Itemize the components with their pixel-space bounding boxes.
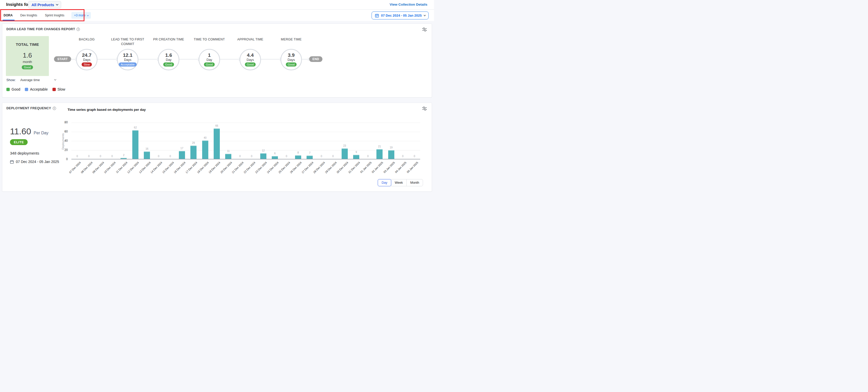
deployment-bar[interactable]: [132, 130, 138, 159]
bar-value-label: 40: [199, 137, 211, 139]
date-range-picker[interactable]: 07 Dec 2024 - 05 Jan 2025: [372, 11, 429, 20]
stage-name: BACKLOG: [79, 37, 95, 48]
chart-settings-icon[interactable]: [422, 107, 427, 111]
x-axis-label-text: 05 Jan 2025: [406, 161, 418, 174]
bar-column: 022 Dec 2024: [246, 123, 257, 159]
deployment-bar[interactable]: [121, 158, 127, 159]
bar-column: 028 Dec 2024: [315, 123, 327, 159]
deployment-bar[interactable]: [307, 156, 313, 159]
bar-value-label: 0: [164, 155, 176, 158]
bar-column: 2330 Dec 2024: [339, 123, 350, 159]
stage-circle: 24.7DaysSlow: [76, 49, 97, 70]
show-label: Show:: [6, 78, 16, 82]
tab-sprint-insights[interactable]: Sprint Insights: [44, 10, 65, 21]
stage-name: MERGE TIME: [281, 37, 302, 48]
deployment-bar[interactable]: [190, 146, 196, 159]
bar-value-label: 0: [106, 155, 118, 158]
tab-bar: DORADev InsightsSprint Insights +3 more …: [0, 9, 434, 21]
x-axis-label-text: 22 Dec 2024: [243, 161, 256, 174]
legend-swatch: [53, 88, 56, 91]
x-axis-label-text: 18 Dec 2024: [196, 161, 209, 174]
legend-label: Slow: [58, 87, 65, 91]
deployment-bar[interactable]: [388, 150, 394, 159]
stage-status-badge: Slow: [82, 62, 92, 66]
x-axis-label-text: 08 Dec 2024: [80, 161, 93, 174]
bar-value-label: 9: [350, 151, 362, 153]
stage-status-badge: Good: [286, 62, 297, 66]
deployment-count: 348 deployments: [10, 151, 39, 155]
stage-value: 24.7: [82, 53, 92, 58]
deployment-bar[interactable]: [295, 155, 301, 159]
x-axis-label-text: 31 Dec 2024: [347, 161, 361, 174]
stage-unit: Days: [288, 58, 295, 62]
deployment-bar[interactable]: [144, 151, 150, 159]
deployment-rate: 11.60 Per Day: [10, 126, 49, 137]
deployment-bar[interactable]: [179, 151, 185, 159]
granularity-week-button[interactable]: Week: [391, 179, 407, 186]
deployment-bar[interactable]: [202, 141, 208, 159]
y-axis-tick: 60: [64, 130, 68, 133]
bar-column: 1716 Dec 2024: [176, 123, 188, 159]
bar-column: 4018 Dec 2024: [199, 123, 211, 159]
stage-status-badge: Acceptable: [119, 62, 137, 66]
deployment-bar[interactable]: [353, 155, 359, 159]
chevron-down-icon: [87, 14, 89, 16]
stage-name: APPROVAL TIME: [237, 37, 263, 48]
bar-column: 826 Dec 2024: [292, 123, 304, 159]
bar-column: 6619 Dec 2024: [211, 123, 222, 159]
stage-unit: Day: [207, 58, 212, 62]
deployment-bar[interactable]: [376, 149, 382, 159]
more-tabs-button[interactable]: +3 more: [71, 12, 91, 19]
deployment-title-text: DEPLOYMENT FREQUENCY: [6, 107, 51, 110]
x-axis-label-text: 21 Dec 2024: [231, 161, 244, 174]
page-title: Insights for: [6, 2, 30, 7]
deployment-bar[interactable]: [342, 148, 348, 159]
stage-name: LEAD TIME TO FIRST COMMIT: [106, 37, 150, 48]
stage-unit: Day: [166, 58, 172, 62]
deployment-bar[interactable]: [260, 153, 267, 159]
bar-column: 015 Dec 2024: [164, 123, 176, 159]
bar-column: 005 Jan 2025: [409, 123, 420, 159]
bar-column: 1903 Jan 2025: [385, 123, 397, 159]
x-axis-label-text: 13 Dec 2024: [138, 161, 151, 174]
x-axis-label-text: 07 Dec 2024: [69, 161, 82, 174]
granularity-month-button[interactable]: Month: [406, 179, 423, 186]
pipeline-stage-backlog: BACKLOG24.7DaysSlow: [65, 37, 108, 70]
tab-dora[interactable]: DORA: [3, 10, 13, 21]
pipeline-stage-lead-time-to-first-commit: LEAD TIME TO FIRST COMMIT12.1DaysAccepta…: [106, 37, 150, 70]
show-value-dropdown[interactable]: Average time: [20, 78, 40, 82]
deployment-bar[interactable]: [225, 154, 231, 159]
stage-name: TIME TO COMMENT: [194, 37, 225, 48]
bar-value-label: 66: [211, 124, 222, 127]
x-axis-label-text: 09 Dec 2024: [92, 161, 105, 174]
bar-value-label: 0: [234, 155, 246, 158]
stage-circle: 12.1DaysAcceptable: [117, 49, 138, 70]
stage-status-badge: Good: [163, 62, 174, 66]
deployment-bar[interactable]: [214, 128, 220, 159]
tab-dev-insights[interactable]: Dev Insights: [20, 10, 38, 21]
stage-status-badge: Good: [245, 62, 256, 66]
stage-status-badge: Good: [204, 62, 215, 66]
info-icon[interactable]: [53, 107, 56, 110]
bar-value-label: 29: [188, 142, 199, 144]
legend-item-good: Good: [6, 87, 20, 91]
view-collection-details-link[interactable]: View Collection Details: [390, 3, 427, 6]
bar-column: 007 Dec 2024: [71, 123, 83, 159]
bar-value-label: 0: [327, 155, 339, 158]
y-axis-tick: 0: [66, 157, 68, 161]
deployment-card-title: DEPLOYMENT FREQUENCY: [6, 107, 56, 110]
granularity-day-button[interactable]: Day: [378, 179, 391, 186]
x-axis-label-text: 10 Dec 2024: [103, 161, 117, 174]
pipeline-stage-pr-creation-time: PR CREATION TIME1.6DayGood: [147, 37, 190, 70]
product-selector-dropdown[interactable]: All Products: [28, 1, 61, 8]
pipeline-stage-merge-time: MERGE TIME3.9DaysGood: [270, 37, 313, 70]
stage-value: 4.4: [247, 53, 254, 58]
x-axis-label-text: 20 Dec 2024: [220, 161, 232, 174]
deployments-bar-chart: 020406080007 Dec 2024008 Dec 2024009 Dec…: [71, 123, 420, 159]
x-axis-label-text: 16 Dec 2024: [173, 161, 186, 174]
deployment-bar[interactable]: [272, 156, 278, 159]
bar-value-label: 0: [153, 155, 164, 158]
stage-value: 1.6: [165, 53, 172, 58]
stage-value: 3.9: [288, 53, 294, 58]
bar-value-label: 0: [281, 155, 292, 158]
